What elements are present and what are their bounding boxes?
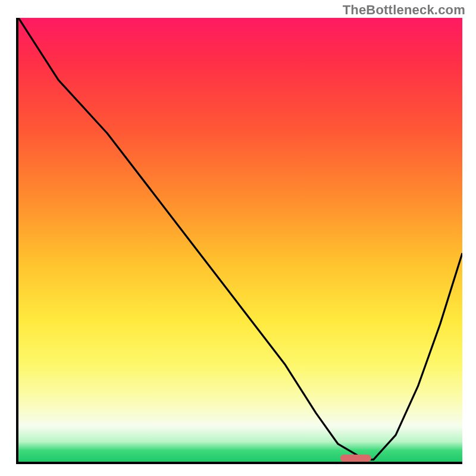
chart-container: TheBottleneck.com bbox=[0, 0, 476, 476]
optimum-marker bbox=[340, 455, 371, 462]
chart-svg bbox=[18, 18, 462, 462]
plot-area bbox=[16, 18, 462, 464]
watermark-text: TheBottleneck.com bbox=[343, 2, 465, 18]
bottleneck-curve bbox=[18, 18, 462, 459]
